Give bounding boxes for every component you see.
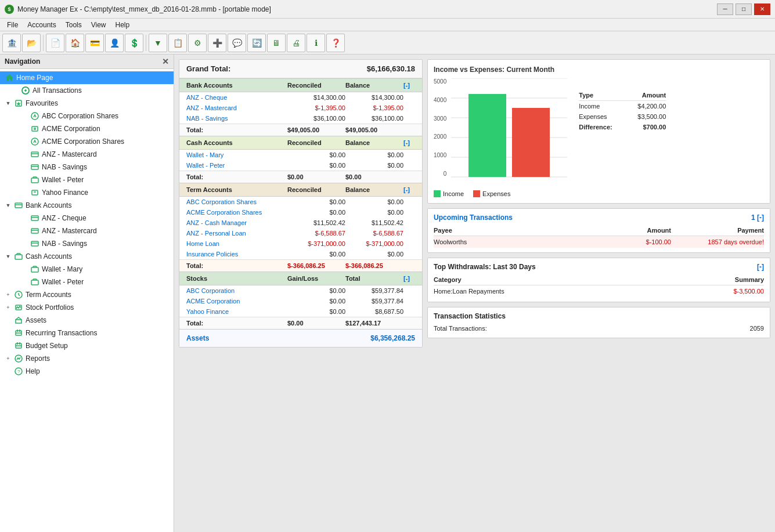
close-button[interactable]: ✕ xyxy=(754,3,770,15)
toolbar-print-btn[interactable]: 📋 xyxy=(168,34,187,52)
sidebar-item-acme-shares[interactable]: ACME Corporation Shares xyxy=(0,135,174,148)
svg-line-29 xyxy=(19,295,20,296)
income-bar xyxy=(468,94,506,177)
bank-collapse-btn[interactable]: [-] xyxy=(403,82,415,89)
nav-title: Navigation xyxy=(5,57,40,66)
sidebar-item-wallet-peter2-label: Wallet - Peter xyxy=(42,278,84,286)
insurance-reconciled: $0.00 xyxy=(287,251,345,258)
wallet-peter-link[interactable]: Wallet - Peter xyxy=(186,162,225,169)
grand-total-row: Grand Total: $6,166,630.18 xyxy=(179,60,422,78)
menu-tools[interactable]: Tools xyxy=(61,20,86,30)
sidebar-item-home[interactable]: Home Page xyxy=(0,71,174,84)
stocks-expand-btn[interactable]: + xyxy=(5,304,12,311)
toolbar-add-btn[interactable]: ➕ xyxy=(208,34,226,52)
sidebar-item-wallet-peter2[interactable]: Wallet - Peter xyxy=(0,276,174,288)
sidebar-item-anz-cheque[interactable]: ANZ - Cheque xyxy=(0,212,174,225)
menu-help[interactable]: Help xyxy=(111,20,135,30)
sidebar-item-yahoo[interactable]: Yahoo Finance xyxy=(0,186,174,199)
yahoo-icon xyxy=(30,188,39,197)
stats-total-row: Total Transactions: 2059 xyxy=(434,324,764,333)
withdrawals-category-col: Category xyxy=(434,276,706,283)
menu-accounts[interactable]: Accounts xyxy=(23,20,60,30)
toolbar-settings-btn[interactable]: ⚙ xyxy=(188,34,207,52)
toolbar-monitor-btn[interactable]: 🖥 xyxy=(267,34,286,52)
upcoming-count[interactable]: 1 [-] xyxy=(751,213,764,222)
cash-collapse-btn[interactable]: [-] xyxy=(403,139,415,146)
minimize-button[interactable]: ─ xyxy=(717,3,733,15)
sidebar-item-wallet-peter[interactable]: Wallet - Peter xyxy=(0,173,174,186)
toolbar-currency-btn[interactable]: 💲 xyxy=(125,34,143,52)
toolbar-msg-btn[interactable]: 💬 xyxy=(228,34,246,52)
term-accounts-section: Term Accounts Reconciled Balance [-] ABC… xyxy=(179,183,422,272)
anz-mc-link[interactable]: ANZ - Mastercard xyxy=(186,104,237,111)
toolbar-accounts-btn[interactable]: 💳 xyxy=(85,34,104,52)
toolbar-open-btn[interactable]: 📂 xyxy=(22,34,41,52)
sidebar-item-budget[interactable]: Budget Setup xyxy=(0,339,174,352)
menu-file[interactable]: File xyxy=(2,20,23,30)
abc-corp-link[interactable]: ABC Corporation xyxy=(186,287,235,294)
sidebar-item-assets[interactable]: Assets xyxy=(0,314,174,327)
anz-cash-mgr-link[interactable]: ANZ - Cash Manager xyxy=(186,219,247,226)
toolbar-new-btn[interactable]: 📄 xyxy=(46,34,64,52)
sidebar-item-abc-shares[interactable]: ABC Corporation Shares xyxy=(0,110,174,122)
menu-view[interactable]: View xyxy=(86,20,111,30)
nab-savings-link[interactable]: NAB - Savings xyxy=(186,115,228,122)
acme-corp-shares-link[interactable]: ACME Corporation Shares xyxy=(186,209,262,216)
window-controls[interactable]: ─ □ ✕ xyxy=(717,3,770,15)
stocks-collapse-btn[interactable]: [-] xyxy=(403,275,415,282)
home-loan-link[interactable]: Home Loan xyxy=(186,240,219,247)
toolbar-help-btn[interactable]: ❓ xyxy=(326,34,345,52)
sidebar-item-favourites[interactable]: ▼ Favourites xyxy=(0,97,174,110)
bank-balance-col: Balance xyxy=(345,82,403,89)
toolbar-print2-btn[interactable]: 🖨 xyxy=(287,34,305,52)
toolbar-info-btn[interactable]: ℹ xyxy=(307,34,325,52)
expand-empty12 xyxy=(21,266,28,273)
sidebar-item-recurring[interactable]: Recurring Transactions xyxy=(0,327,174,339)
insurance-link[interactable]: Insurance Policies xyxy=(186,251,238,258)
sidebar-item-help[interactable]: ? Help xyxy=(0,365,174,378)
sidebar-item-all-transactions[interactable]: All Transactions xyxy=(0,84,174,97)
svg-rect-9 xyxy=(31,152,38,157)
wallet-mary-reconciled: $0.00 xyxy=(287,151,345,158)
yahoo-total: $8,687.50 xyxy=(345,308,403,315)
anz-personal-loan-balance: $-6,588.67 xyxy=(345,230,403,237)
yahoo-finance-link[interactable]: Yahoo Finance xyxy=(186,308,229,315)
abc-corp-shares-link[interactable]: ABC Corporation Shares xyxy=(186,198,257,205)
wallet-mary-link[interactable]: Wallet - Mary xyxy=(186,151,224,158)
sidebar-item-acme-corp[interactable]: ACME Corporation xyxy=(0,122,174,135)
bank-expand-btn[interactable]: ▼ xyxy=(5,202,12,209)
sidebar-item-anz-mc2[interactable]: ANZ - Mastercard xyxy=(0,225,174,237)
assets-label[interactable]: Assets xyxy=(186,334,209,342)
anz-personal-loan-link[interactable]: ANZ - Personal Loan xyxy=(186,230,246,237)
sidebar-item-cash-accounts[interactable]: ▼ Cash Accounts xyxy=(0,250,174,263)
toolbar-filter-btn[interactable]: ▼ xyxy=(149,34,167,52)
upcoming-title-text: Upcoming Transactions xyxy=(434,213,513,222)
sidebar-item-nab-sav2[interactable]: NAB - Savings xyxy=(0,237,174,250)
left-panel: Grand Total: $6,166,630.18 Bank Accounts… xyxy=(179,59,423,527)
wallet-peter-reconciled: $0.00 xyxy=(287,162,345,169)
nav-close-btn[interactable]: ✕ xyxy=(162,57,169,66)
sidebar-item-stock-portfolios[interactable]: + Stock Portfolios xyxy=(0,301,174,314)
anz-cheque-link[interactable]: ANZ - Cheque xyxy=(186,94,227,101)
cash-expand-btn[interactable]: ▼ xyxy=(5,253,12,260)
maximize-button[interactable]: □ xyxy=(736,3,752,15)
toolbar-refresh-btn[interactable]: 🔄 xyxy=(247,34,266,52)
sidebar-item-nab-sav[interactable]: NAB - Savings xyxy=(0,161,174,173)
sidebar-item-bank-accounts[interactable]: ▼ Bank Accounts xyxy=(0,199,174,212)
favourites-expand-btn[interactable]: ▼ xyxy=(5,100,12,107)
withdrawals-collapse[interactable]: [-] xyxy=(757,263,764,271)
term-expand-btn[interactable]: + xyxy=(5,291,12,298)
sidebar-item-reports[interactable]: + Reports xyxy=(0,352,174,365)
sidebar-item-recurring-label: Recurring Transactions xyxy=(26,329,97,337)
toolbar-payees-btn[interactable]: 👤 xyxy=(105,34,124,52)
sidebar-item-anz-mc[interactable]: ANZ - Mastercard xyxy=(0,148,174,161)
toolbar-homepage-btn[interactable]: 🏠 xyxy=(66,34,84,52)
acme-corp-link[interactable]: ACME Corporation xyxy=(186,298,240,305)
expand-empty13 xyxy=(21,278,28,285)
term-collapse-btn[interactable]: [-] xyxy=(403,186,415,193)
sidebar-item-wallet-mary[interactable]: Wallet - Mary xyxy=(0,263,174,276)
reports-expand-btn[interactable]: + xyxy=(5,355,12,362)
stock-portfolios-icon xyxy=(14,303,23,312)
toolbar-home-btn[interactable]: 🏦 xyxy=(2,34,21,52)
sidebar-item-term-accounts[interactable]: + Term Accounts xyxy=(0,288,174,301)
